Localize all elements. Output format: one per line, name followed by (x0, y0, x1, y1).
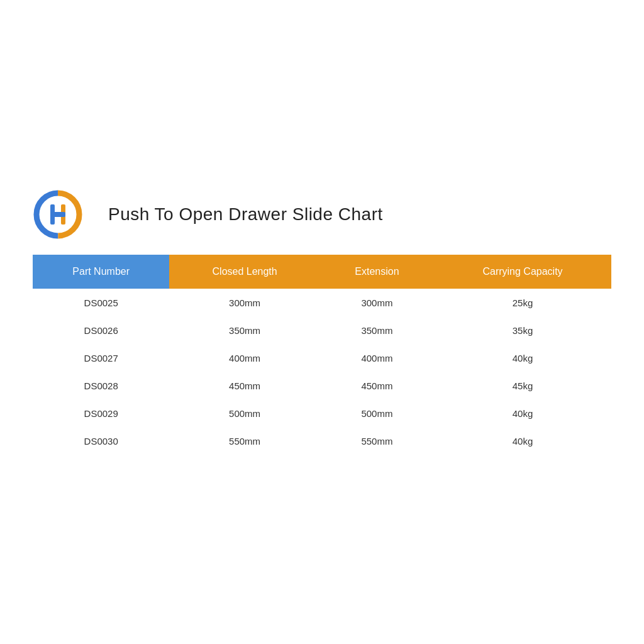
cell-carrying-capacity: 40kg (434, 399, 611, 427)
cell-carrying-capacity: 35kg (434, 316, 611, 344)
cell-extension: 300mm (320, 289, 434, 316)
col-header-part-number: Part Number (33, 255, 169, 289)
cell-closed-length: 450mm (169, 372, 319, 399)
cell-part-number: DS0025 (33, 289, 169, 316)
cell-part-number: DS0027 (33, 344, 169, 372)
cell-part-number: DS0026 (33, 316, 169, 344)
table-row: DS0025300mm300mm25kg (33, 289, 611, 316)
table-wrapper: Part Number Closed Length Extension Carr… (33, 255, 611, 455)
cell-part-number: DS0029 (33, 399, 169, 427)
cell-extension: 350mm (320, 316, 434, 344)
cell-part-number: DS0028 (33, 372, 169, 399)
table-body: DS0025300mm300mm25kgDS0026350mm350mm35kg… (33, 289, 611, 455)
col-header-closed-length: Closed Length (169, 255, 319, 289)
cell-carrying-capacity: 25kg (434, 289, 611, 316)
company-logo (33, 189, 83, 240)
cell-closed-length: 400mm (169, 344, 319, 372)
table-row: DS0030550mm550mm40kg (33, 427, 611, 455)
main-container: Push To Open Drawer Slide Chart Part Num… (33, 189, 611, 455)
cell-part-number: DS0030 (33, 427, 169, 455)
cell-carrying-capacity: 40kg (434, 344, 611, 372)
data-table: Part Number Closed Length Extension Carr… (33, 255, 611, 455)
cell-extension: 400mm (320, 344, 434, 372)
cell-extension: 450mm (320, 372, 434, 399)
cell-closed-length: 550mm (169, 427, 319, 455)
cell-closed-length: 300mm (169, 289, 319, 316)
col-header-carrying-capacity: Carrying Capacity (434, 255, 611, 289)
svg-rect-4 (50, 212, 65, 217)
table-row: DS0026350mm350mm35kg (33, 316, 611, 344)
cell-closed-length: 500mm (169, 399, 319, 427)
chart-title: Push To Open Drawer Slide Chart (108, 204, 383, 225)
cell-extension: 550mm (320, 427, 434, 455)
cell-carrying-capacity: 45kg (434, 372, 611, 399)
cell-closed-length: 350mm (169, 316, 319, 344)
col-header-extension: Extension (320, 255, 434, 289)
table-row: DS0028450mm450mm45kg (33, 372, 611, 399)
cell-carrying-capacity: 40kg (434, 427, 611, 455)
table-header-row: Part Number Closed Length Extension Carr… (33, 255, 611, 289)
table-row: DS0027400mm400mm40kg (33, 344, 611, 372)
table-row: DS0029500mm500mm40kg (33, 399, 611, 427)
header-row: Push To Open Drawer Slide Chart (33, 189, 611, 240)
cell-extension: 500mm (320, 399, 434, 427)
